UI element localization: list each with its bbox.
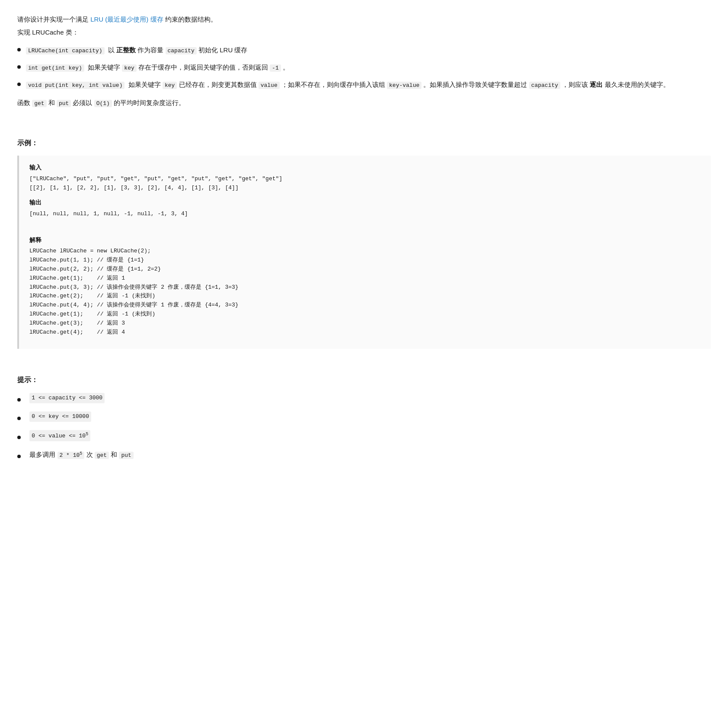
explain-line-2: lRUCache.put(2, 2); // 缓存是 {1=1, 2=2} — [29, 265, 700, 274]
explain-line-9: lRUCache.get(4); // 返回 4 — [29, 328, 700, 337]
explain-line-7: lRUCache.get(1); // 返回 -1 (未找到) — [29, 310, 700, 319]
input-line2: [[2], [1, 1], [2, 2], [1], [3, 3], [2], … — [29, 184, 700, 193]
hint-dot-3 — [17, 436, 21, 439]
explain-line-8: lRUCache.get(3); // 返回 3 — [29, 319, 700, 328]
intro-suffix: 约束的数据结构。 — [163, 16, 217, 23]
complexity-text: 函数 get 和 put 必须以 O(1) 的平均时间复杂度运行。 — [17, 97, 711, 108]
bold-integer: 正整数 — [116, 46, 136, 54]
hint-dot-2 — [17, 417, 21, 420]
explain-line-0: LRUCache lRUCache = new LRUCache(2); — [29, 247, 700, 256]
hint-item-4: 最多调用 2 * 105 次 get 和 put — [17, 449, 711, 460]
output-line: [null, null, null, 1, null, -1, null, -1… — [29, 210, 700, 219]
lru-link[interactable]: LRU (最近最少使用) 缓存 — [90, 16, 163, 23]
put-code: void put(int key, int value) — [26, 82, 125, 89]
input-label: 输入 — [29, 163, 700, 173]
bullet-list: LRUCache(int capacity) 以 正整数 作为容量 capaci… — [17, 45, 711, 90]
hints-section: 提示： 1 <= capacity <= 3000 0 <= key <= 10… — [17, 374, 711, 461]
input-subsection: 输入 ["LRUCache", "put", "put", "get", "pu… — [29, 163, 700, 192]
bullet-item-3: void put(int key, int value) 如果关键字 key 已… — [17, 79, 711, 90]
explain-label: 解释 — [29, 235, 700, 246]
constructor-code: LRUCache(int capacity) — [26, 47, 105, 54]
capacity-code-3: capacity — [529, 82, 560, 89]
explain-lines-container: LRUCache lRUCache = new LRUCache(2);lRUC… — [29, 247, 700, 337]
explain-subsection: 解释 LRUCache lRUCache = new LRUCache(2);l… — [29, 235, 700, 337]
hint-item-1: 1 <= capacity <= 3000 — [17, 392, 711, 404]
hint-code-2: 0 <= key <= 10000 — [29, 411, 91, 422]
hints-title: 提示： — [17, 374, 711, 386]
intro-paragraph: 请你设计并实现一个满足 LRU (最近最少使用) 缓存 约束的数据结构。 — [17, 14, 711, 25]
value-code: value — [259, 82, 280, 89]
intro-prefix: 请你设计并实现一个满足 — [17, 16, 90, 23]
hint-item-3: 0 <= value <= 105 — [17, 430, 711, 441]
o1-code: O(1) — [94, 100, 112, 107]
explain-line-1: lRUCache.put(1, 1); // 缓存是 {1=1} — [29, 256, 700, 265]
hint-dot-1 — [17, 398, 21, 402]
input-line1: ["LRUCache", "put", "put", "get", "put",… — [29, 175, 700, 184]
bullet-2-content: int get(int key) 如果关键字 key 存在于缓存中，则返回关键字… — [26, 62, 289, 73]
hint-item-2: 0 <= key <= 10000 — [17, 411, 711, 423]
hint-code-1: 1 <= capacity <= 3000 — [29, 393, 105, 403]
hints-list: 1 <= capacity <= 3000 0 <= key <= 10000 … — [17, 392, 711, 461]
explain-line-6: lRUCache.put(4, 4); // 该操作会使得关键字 1 作废，缓存… — [29, 301, 700, 310]
bullet-1-content: LRUCache(int capacity) 以 正整数 作为容量 capaci… — [26, 45, 247, 56]
output-subsection: 输出 [null, null, null, 1, null, -1, null,… — [29, 198, 700, 219]
explain-line-3: lRUCache.get(1); // 返回 1 — [29, 274, 700, 283]
hint-dot-4 — [17, 455, 21, 458]
hint-put-code: put — [119, 452, 133, 459]
bullet-dot-1 — [17, 48, 21, 51]
hint-calls-code: 2 * 105 — [57, 452, 85, 459]
hint-4-text: 最多调用 2 * 105 次 get 和 put — [29, 449, 134, 460]
explain-line-5: lRUCache.get(2); // 返回 -1 (未找到) — [29, 292, 700, 301]
explain-line-4: lRUCache.put(3, 3); // 该操作会使得关键字 2 作废，缓存… — [29, 283, 700, 292]
hint-get-code: get — [95, 452, 109, 459]
hint-code-3: 0 <= value <= 105 — [29, 430, 90, 441]
example-box: 输入 ["LRUCache", "put", "put", "get", "pu… — [17, 156, 711, 349]
bullet-item-2: int get(int key) 如果关键字 key 存在于缓存中，则返回关键字… — [17, 62, 711, 73]
bullet-item-1: LRUCache(int capacity) 以 正整数 作为容量 capaci… — [17, 45, 711, 56]
bullet-3-content: void put(int key, int value) 如果关键字 key 已… — [26, 79, 670, 90]
implement-text: 实现 LRUCache 类： — [17, 27, 711, 38]
get-inline: get — [32, 100, 46, 107]
kv-code: key-value — [387, 82, 421, 89]
bullet-dot-3 — [17, 83, 21, 86]
get-code: int get(int key) — [26, 64, 84, 72]
key-code-2: key — [122, 64, 136, 72]
put-inline: put — [57, 100, 71, 107]
key-code-3: key — [163, 82, 177, 89]
example-title: 示例： — [17, 137, 711, 149]
capacity-code-1: capacity — [166, 47, 197, 54]
bold-evict: 逐出 — [590, 81, 603, 88]
output-label: 输出 — [29, 198, 700, 208]
page-container: 请你设计并实现一个满足 LRU (最近最少使用) 缓存 约束的数据结构。 实现 … — [17, 14, 711, 461]
example-section: 示例： 输入 ["LRUCache", "put", "put", "get",… — [17, 137, 711, 349]
bullet-dot-2 — [17, 65, 21, 69]
minus1-code: -1 — [270, 64, 281, 72]
